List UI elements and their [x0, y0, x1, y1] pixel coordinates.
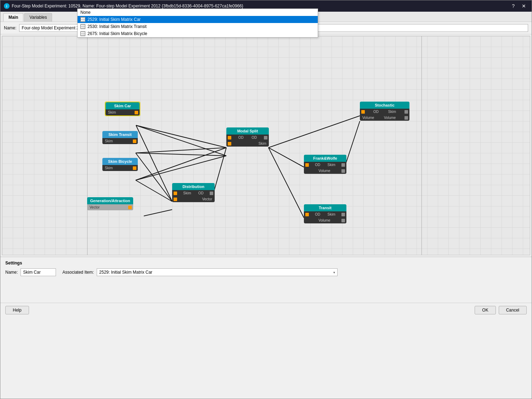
stochastic-od-left-connector[interactable] — [361, 110, 365, 114]
tab-main[interactable]: Main — [3, 13, 23, 22]
node-distribution[interactable]: Distribution Skim OD Vector — [172, 183, 215, 202]
help-bottom-button[interactable]: Help — [5, 306, 29, 314]
name-label: Name: — [4, 25, 16, 30]
stochastic-skim-right-connector[interactable] — [404, 110, 408, 114]
node-skim-transit[interactable]: Skim Transit Skim — [102, 131, 138, 144]
dropdown-option-2530[interactable]: 2530: Initial Skim Matrix Transit — [78, 23, 318, 30]
skim-transit-header: Skim Transit — [102, 131, 138, 138]
node-skim-car[interactable]: Skim Car Skim — [105, 102, 140, 116]
dropdown-option-2529[interactable]: 2529: Initial Skim Matrix Car — [78, 16, 318, 23]
title-bar-left: i Four-Step Model Experiment: 10529, Nam… — [4, 3, 243, 9]
bottom-bar: Help OK Cancel — [0, 303, 532, 317]
node-modal-split[interactable]: Modal Split OD OD Skim — [226, 127, 269, 147]
skim-transit-body: Skim — [102, 138, 138, 144]
stochastic-volume-right-connector[interactable] — [404, 116, 408, 120]
app-icon: i — [4, 3, 10, 9]
cancel-button[interactable]: Cancel — [499, 306, 527, 314]
title-bar-buttons: ? ✕ — [510, 2, 528, 10]
node-stochastic[interactable]: Stochastic OD Skim Volume Volume — [360, 102, 409, 121]
frank-wolfe-volume-right-connector[interactable] — [341, 169, 345, 173]
settings-name-label: Name: — [5, 270, 18, 275]
canvas-area: Skim Car Skim Skim Transit Skim Skim Bic… — [2, 36, 530, 255]
frank-wolfe-od-left-connector[interactable] — [305, 163, 309, 167]
stochastic-header: Stochastic — [360, 102, 409, 109]
modal-split-header: Modal Split — [226, 127, 269, 135]
assoc-item-dropdown[interactable]: 2529: Initial Skim Matrix Car ▾ — [97, 268, 338, 276]
main-window: i Four-Step Model Experiment: 10529, Nam… — [0, 0, 532, 399]
modal-split-od-left-connector[interactable] — [228, 136, 231, 139]
skim-bicycle-header: Skim Bicycle — [102, 158, 138, 165]
modal-split-body: OD OD Skim — [226, 135, 269, 147]
dropdown-option-none[interactable]: None — [78, 9, 318, 16]
stochastic-od-port: OD Skim — [360, 109, 409, 115]
modal-split-skim-port: Skim — [226, 141, 269, 147]
canvas-divider-right — [421, 36, 422, 255]
stochastic-volume-port: Volume Volume — [360, 115, 409, 121]
skim-car-header: Skim Car — [106, 102, 140, 109]
settings-title: Settings — [5, 261, 527, 266]
distribution-skim-left-connector[interactable] — [174, 192, 177, 195]
skim-bicycle-skim-port: Skim — [102, 165, 138, 171]
node-frank-wolfe[interactable]: Frank&Wolfe OD Skim Volume — [304, 155, 346, 174]
skim-car-skim-connector[interactable] — [135, 111, 138, 114]
frank-wolfe-header: Frank&Wolfe — [304, 155, 346, 162]
frank-wolfe-body: OD Skim Volume — [304, 162, 346, 174]
distribution-body: Skim OD Vector — [172, 190, 215, 202]
transit-body: OD Skim Volume — [304, 211, 346, 223]
skim-bicycle-skim-connector[interactable] — [133, 166, 136, 170]
transit-header: Transit — [304, 204, 346, 211]
distribution-header: Distribution — [172, 183, 215, 190]
transit-volume-right-connector[interactable] — [341, 219, 345, 222]
close-button[interactable]: ✕ — [520, 2, 528, 10]
modal-split-skim-left-connector[interactable] — [228, 142, 231, 146]
assoc-item-dropdown-menu: None 2529: Initial Skim Matrix Car — [77, 8, 318, 38]
node-gen-attraction[interactable]: Generation/Attraction Vector — [87, 197, 133, 210]
distribution-vector-left-connector[interactable] — [174, 198, 177, 201]
gen-attraction-vector-connector[interactable] — [128, 206, 132, 209]
frank-wolfe-od-port: OD Skim — [304, 162, 346, 168]
modal-split-od-port: OD OD — [226, 135, 269, 141]
skim-car-skim-port: Skim — [106, 109, 140, 115]
canvas-divider-left — [87, 36, 87, 255]
skim-transit-skim-port: Skim — [102, 138, 138, 144]
window-title: Four-Step Model Experiment: 10529, Name:… — [12, 4, 243, 8]
help-button[interactable]: ? — [510, 2, 517, 10]
node-skim-bicycle[interactable]: Skim Bicycle Skim — [102, 158, 138, 171]
skim-transit-skim-connector[interactable] — [133, 139, 136, 143]
tab-variables[interactable]: Variables — [24, 13, 52, 22]
matrix-icon-2530 — [80, 24, 85, 29]
frank-wolfe-skim-right-connector[interactable] — [341, 163, 345, 167]
transit-skim-right-connector[interactable] — [341, 213, 345, 216]
ok-button[interactable]: OK — [475, 306, 496, 314]
gen-attraction-vector-port: Vector — [87, 204, 133, 210]
stochastic-body: OD Skim Volume Volume — [360, 109, 409, 121]
distribution-vector-port: Vector — [172, 196, 215, 202]
skim-car-body: Skim — [106, 109, 140, 115]
node-transit[interactable]: Transit OD Skim Volume — [304, 204, 346, 223]
modal-split-od-right-connector[interactable] — [264, 136, 267, 139]
gen-attraction-body: Vector — [87, 204, 133, 210]
transit-volume-port: Volume — [304, 217, 346, 223]
frank-wolfe-volume-port: Volume — [304, 168, 346, 174]
transit-od-port: OD Skim — [304, 211, 346, 217]
distribution-od-right-connector[interactable] — [210, 192, 213, 195]
matrix-icon-2529 — [80, 17, 85, 22]
ok-cancel-group: OK Cancel — [475, 306, 527, 314]
distribution-skim-port: Skim OD — [172, 190, 215, 196]
dropdown-current-value: 2529: Initial Skim Matrix Car — [99, 270, 152, 275]
dropdown-option-2675[interactable]: 2675: Initial Skim Matrix Bicycle — [78, 30, 318, 37]
transit-od-left-connector[interactable] — [305, 213, 309, 216]
skim-bicycle-body: Skim — [102, 165, 138, 171]
settings-row: Name: Associated Item: 2529: Initial Ski… — [5, 268, 527, 276]
gen-attraction-header: Generation/Attraction — [87, 197, 133, 204]
matrix-icon-2675 — [80, 31, 85, 36]
settings-assoc-label: Associated Item: — [62, 270, 94, 275]
settings-panel: Settings Name: Associated Item: 2529: In… — [0, 257, 532, 303]
dropdown-arrow-icon: ▾ — [333, 270, 335, 274]
settings-name-input[interactable] — [21, 268, 56, 276]
